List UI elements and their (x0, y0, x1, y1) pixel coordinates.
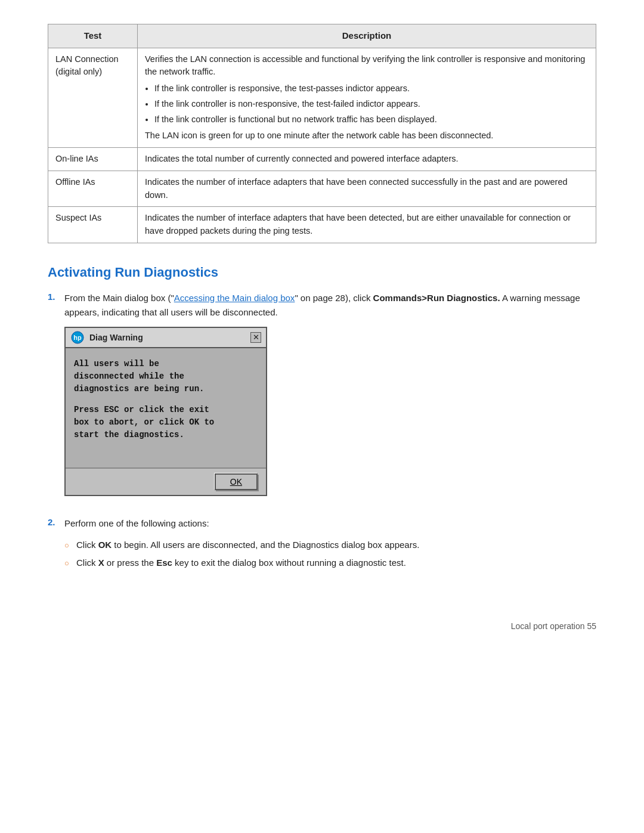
footer-text: Local port operation 55 (511, 621, 596, 631)
sub-list-item-ok: ○ Click OK to begin. All users are disco… (64, 538, 596, 552)
esc-bold: Esc (156, 558, 172, 568)
section-heading: Activating Run Diagnostics (48, 265, 596, 280)
table-row: Suspect IAs Indicates the number of inte… (48, 207, 596, 243)
step-2: 2. Perform one of the following actions:… (48, 516, 596, 574)
diag-warning-dialog: hp Diag Warning ✕ All users will bedisco… (64, 327, 267, 496)
accessing-main-dialog-link[interactable]: Accessing the Main dialog box (174, 293, 295, 303)
page-footer: Local port operation 55 (48, 621, 596, 631)
step-number-2: 2. (48, 516, 64, 527)
svg-text:hp: hp (73, 334, 82, 341)
dialog-body-line1: All users will bedisconnected while thed… (74, 358, 258, 395)
step-2-content: Perform one of the following actions: ○ … (64, 516, 596, 574)
bullet-item: If the link controller is responsive, th… (154, 82, 589, 95)
desc-lan-bullets: If the link controller is responsive, th… (154, 82, 589, 126)
step-1-text-middle: " on page 28), click (295, 293, 373, 303)
description-lan: Verifies the LAN connection is accessibl… (138, 48, 596, 148)
hp-logo-icon: hp (70, 330, 85, 345)
step-1-bold: Commands>Run Diagnostics. (373, 293, 500, 303)
dialog-body: All users will bedisconnected while thed… (66, 348, 266, 467)
test-name-lan: LAN Connection(digital only) (48, 48, 138, 148)
steps-list: 1. From the Main dialog box ("Accessing … (48, 291, 596, 574)
table-header-description: Description (138, 24, 596, 48)
dialog-title-text: Diag Warning (89, 333, 143, 342)
dialog-title-left: hp Diag Warning (70, 330, 143, 345)
desc-lan-intro: Verifies the LAN connection is accessibl… (145, 53, 589, 79)
description-online: Indicates the total number of currently … (138, 148, 596, 171)
table-row: On-line IAs Indicates the total number o… (48, 148, 596, 171)
ok-underline: OK (230, 477, 242, 487)
step-1-text-before: From the Main dialog box (" (64, 293, 174, 303)
dialog-footer: OK (66, 467, 266, 495)
test-name-offline: Offline IAs (48, 171, 138, 207)
dialog-ok-button[interactable]: OK (215, 473, 258, 490)
step-number-1: 1. (48, 291, 64, 302)
test-name-online: On-line IAs (48, 148, 138, 171)
test-description-table: Test Description LAN Connection(digital … (48, 24, 596, 243)
dialog-close-button[interactable]: ✕ (250, 332, 261, 343)
step-1: 1. From the Main dialog box ("Accessing … (48, 291, 596, 506)
table-row: Offline IAs Indicates the number of inte… (48, 171, 596, 207)
bullet-item: If the link controller is non-responsive… (154, 98, 589, 111)
sub-item-esc-text: Click X or press the Esc key to exit the… (76, 556, 406, 570)
x-bold: X (98, 558, 104, 568)
step-1-text: From the Main dialog box ("Accessing the… (64, 291, 596, 320)
sub-list-item-esc: ○ Click X or press the Esc key to exit t… (64, 556, 596, 570)
step-2-text: Perform one of the following actions: (64, 516, 596, 531)
sub-bullet-icon: ○ (64, 558, 72, 570)
dialog-titlebar: hp Diag Warning ✕ (66, 328, 266, 348)
description-suspect: Indicates the number of interface adapte… (138, 207, 596, 243)
dialog-body-line2: Press ESC or click the exitbox to abort,… (74, 404, 258, 441)
test-name-suspect: Suspect IAs (48, 207, 138, 243)
sub-bullet-icon: ○ (64, 540, 72, 552)
bullet-item: If the link controller is functional but… (154, 113, 589, 126)
step-2-sublist: ○ Click OK to begin. All users are disco… (64, 538, 596, 570)
step-1-content: From the Main dialog box ("Accessing the… (64, 291, 596, 506)
sub-item-ok-text: Click OK to begin. All users are disconn… (76, 538, 419, 552)
table-header-test: Test (48, 24, 138, 48)
desc-lan-outro: The LAN icon is green for up to one minu… (145, 129, 589, 143)
table-row: LAN Connection(digital only) Verifies th… (48, 48, 596, 148)
ok-bold: OK (98, 540, 112, 550)
description-offline: Indicates the number of interface adapte… (138, 171, 596, 207)
